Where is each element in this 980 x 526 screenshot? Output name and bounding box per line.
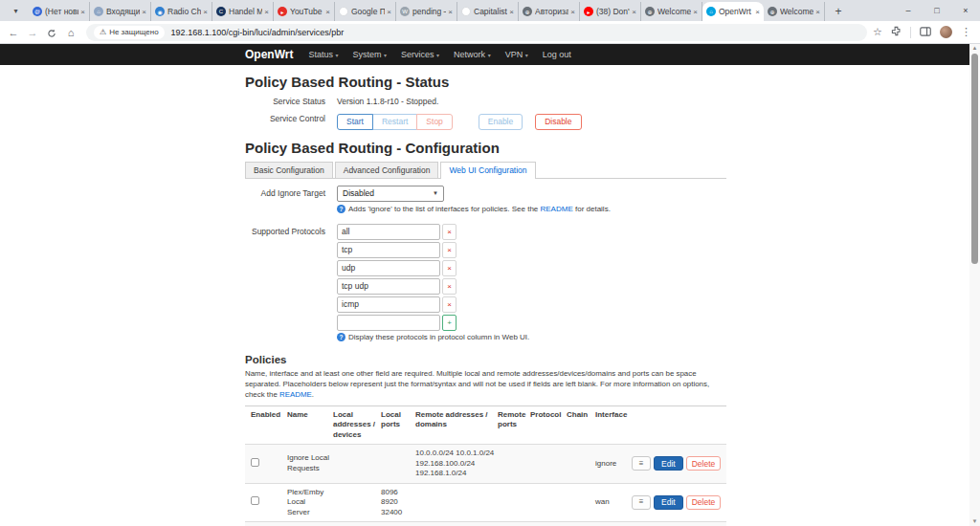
delete-button[interactable]: Delete (686, 495, 722, 510)
address-bar[interactable]: ⚠ Не защищено 192.168.1.100/cgi-bin/luci… (86, 24, 867, 41)
add-ignore-target-select[interactable]: Disabled ▼ (337, 186, 444, 202)
nav-system[interactable]: System ▾ (353, 50, 388, 59)
tab-handel[interactable]: Handel M × (212, 2, 274, 21)
page-scrollbar[interactable]: ▲ ▼ (969, 44, 980, 526)
delete-button[interactable]: Delete (686, 456, 722, 471)
tab-advanced-configuration[interactable]: Advanced Configuration (335, 162, 439, 178)
tab-welcome-2[interactable]: Welcome t × (764, 2, 825, 21)
tab-openwrt-active[interactable]: OpenWrt - × (702, 2, 764, 21)
table-row: Plex/Emby Local Server 8096 8920 32400 w… (245, 484, 726, 523)
extensions-icon[interactable] (891, 26, 902, 38)
service-control-label: Service Control (245, 111, 337, 130)
protocol-input[interactable] (337, 242, 440, 258)
nav-status[interactable]: Status ▾ (308, 50, 338, 59)
protocol-input[interactable] (337, 296, 440, 313)
close-tab-icon[interactable]: × (570, 8, 575, 16)
enable-button[interactable]: Enable (479, 114, 523, 130)
url-text[interactable]: 192.168.1.100/cgi-bin/luci/admin/service… (171, 28, 345, 37)
profile-avatar[interactable] (940, 26, 952, 38)
tab-basic-configuration[interactable]: Basic Configuration (245, 162, 333, 178)
tab-capitalist[interactable]: Capitalist. × (457, 2, 519, 21)
restart-button[interactable]: Restart (372, 114, 417, 130)
remove-protocol-button[interactable]: × (442, 224, 457, 240)
stop-button[interactable]: Stop (416, 114, 453, 130)
row-menu-button[interactable]: ≡ (632, 456, 651, 471)
nav-services[interactable]: Services ▾ (401, 50, 439, 59)
nav-vpn[interactable]: VPN ▾ (505, 50, 528, 59)
policy-enabled-checkbox[interactable] (251, 496, 259, 505)
side-panel-icon[interactable] (920, 27, 931, 38)
close-tab-icon[interactable]: × (693, 8, 698, 16)
add-ignore-target-label: Add Ignore Target (245, 186, 337, 214)
chevron-down-icon: ▾ (525, 53, 528, 58)
main-content: Policy Based Routing - Status Service St… (245, 65, 726, 526)
protocol-input-empty[interactable] (337, 315, 440, 331)
chevron-down-icon: ▾ (335, 53, 338, 58)
tab-mail[interactable]: (Нет новы × (29, 2, 90, 21)
remove-protocol-button[interactable]: × (442, 260, 457, 276)
scroll-down-icon[interactable]: ▼ (969, 517, 980, 526)
close-tab-icon[interactable]: × (142, 8, 146, 16)
remove-protocol-button[interactable]: × (442, 278, 457, 295)
start-button[interactable]: Start (337, 114, 373, 130)
table-row: Plex/Emby Remote Server plex.tv my.plexa… (245, 522, 726, 526)
protocol-input[interactable] (337, 260, 440, 276)
service-control-group: Start Restart Stop (337, 114, 453, 130)
row-menu-button[interactable]: ≡ (632, 495, 651, 510)
window-controls: – □ × (894, 0, 980, 21)
scroll-up-icon[interactable]: ▲ (969, 44, 980, 53)
close-tab-icon[interactable]: × (755, 8, 760, 16)
edit-button[interactable]: Edit (654, 456, 683, 471)
tab-google[interactable]: Google Пе × (335, 2, 396, 21)
remove-protocol-button[interactable]: × (442, 296, 457, 313)
maximize-button[interactable]: □ (923, 0, 951, 21)
scrollbar-thumb[interactable] (971, 54, 978, 264)
tab-youtube[interactable]: (38) Don't × (580, 2, 641, 21)
bookmark-star-icon[interactable]: ☆ (873, 26, 882, 38)
capitalist-favicon-icon (461, 7, 471, 16)
mail-favicon-icon (33, 7, 42, 16)
readme-link[interactable]: README (279, 390, 312, 399)
close-tab-icon[interactable]: × (387, 8, 391, 16)
forward-icon[interactable]: → (23, 27, 42, 38)
tab-search-chevron-icon[interactable]: ▾ (8, 3, 24, 19)
protocol-input[interactable] (337, 278, 440, 295)
openwrt-brand[interactable]: OpenWrt (245, 48, 293, 61)
policy-enabled-checkbox[interactable] (251, 458, 259, 467)
nav-network[interactable]: Network ▾ (454, 50, 491, 59)
add-protocol-button[interactable]: + (442, 315, 457, 331)
nav-logout[interactable]: Log out (543, 50, 571, 59)
edit-button[interactable]: Edit (654, 495, 683, 510)
home-icon[interactable]: ⌂ (61, 27, 80, 38)
remove-protocol-button[interactable]: × (442, 242, 457, 258)
tab-radio[interactable]: Radio Cha × (151, 2, 212, 21)
warning-triangle-icon: ⚠ (100, 28, 106, 36)
close-tab-icon[interactable]: × (80, 8, 85, 16)
policies-description: Name, interface and at least one other f… (245, 368, 726, 400)
new-tab-button[interactable]: + (829, 2, 848, 21)
disable-button[interactable]: Disable (535, 114, 581, 130)
minimize-button[interactable]: – (894, 0, 923, 21)
close-tab-icon[interactable]: × (815, 8, 820, 16)
globe-favicon-icon (645, 7, 655, 16)
close-tab-icon[interactable]: × (203, 8, 208, 16)
browser-menu-icon[interactable]: ⋮ (961, 26, 971, 38)
tab-webui-configuration[interactable]: Web UI Configuration (440, 162, 535, 179)
tab-authorization[interactable]: Авторизац × (519, 2, 580, 21)
close-window-button[interactable]: × (951, 0, 980, 21)
protocol-input[interactable] (337, 224, 440, 240)
close-tab-icon[interactable]: × (632, 8, 636, 16)
readme-link[interactable]: README (541, 205, 573, 213)
close-tab-icon[interactable]: × (264, 8, 269, 16)
close-tab-icon[interactable]: × (325, 8, 330, 16)
tab-youtube-music[interactable]: YouTube N × (274, 2, 335, 21)
refresh-icon[interactable] (42, 26, 61, 37)
tab-pending[interactable]: pending – × (396, 2, 457, 21)
close-tab-icon[interactable]: × (509, 8, 514, 16)
security-badge[interactable]: ⚠ Не защищено (94, 26, 165, 39)
back-icon[interactable]: ← (4, 27, 23, 38)
tab-welcome-1[interactable]: Welcome t × (641, 2, 702, 21)
tab-inbox[interactable]: Входящие × (90, 2, 151, 21)
close-tab-icon[interactable]: × (448, 8, 453, 16)
chevron-down-icon: ▾ (488, 53, 491, 58)
